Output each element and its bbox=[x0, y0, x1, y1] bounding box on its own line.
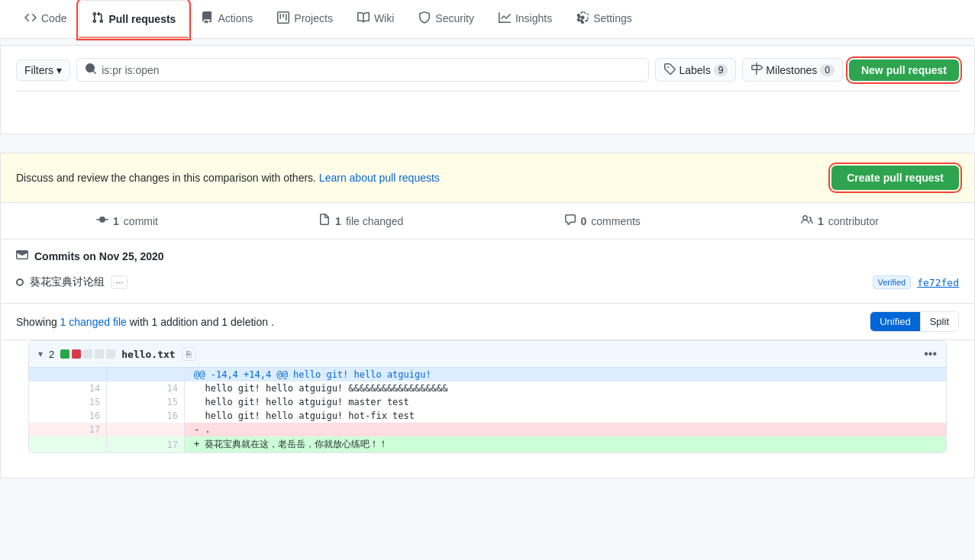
learn-about-pr-link[interactable]: Learn about pull requests bbox=[319, 172, 440, 184]
contributors-label: contributor bbox=[828, 215, 879, 227]
tab-code[interactable]: Code bbox=[12, 0, 79, 38]
line-new-num-3: 16 bbox=[107, 409, 185, 423]
line-new-num-4 bbox=[107, 423, 185, 436]
stat-files: 1 file changed bbox=[318, 214, 403, 228]
tab-settings[interactable]: Settings bbox=[564, 0, 644, 38]
stat-contributors: 1 contributor bbox=[801, 214, 879, 228]
diff-stats bbox=[60, 349, 115, 359]
insights-icon bbox=[499, 11, 511, 26]
deletions-text: 1 deletion bbox=[221, 316, 268, 328]
diff-stat-green bbox=[60, 349, 69, 359]
stats-bar: 1 commit 1 file changed 0 comments 1 con… bbox=[1, 203, 974, 240]
section-gap bbox=[0, 140, 975, 153]
commit-hash[interactable]: fe72fed bbox=[917, 277, 959, 288]
tab-pull-requests[interactable]: Pull requests bbox=[79, 0, 189, 38]
additions-text: 1 addition bbox=[151, 316, 198, 328]
milestones-button[interactable]: Milestones 0 bbox=[742, 58, 843, 82]
labels-button[interactable]: Labels 9 bbox=[655, 58, 736, 82]
split-view-button[interactable]: Split bbox=[921, 312, 958, 331]
line-old-num-5 bbox=[29, 436, 107, 452]
compare-banner: Discuss and review the changes in this c… bbox=[1, 153, 974, 203]
diff-file-header: ▾ 2 hello.txt ⎘ ••• bbox=[29, 341, 946, 368]
top-nav: Code Pull requests Actions Projects bbox=[0, 0, 975, 39]
create-pr-button[interactable]: Create pull request bbox=[831, 166, 959, 190]
changed-file-link[interactable]: 1 changed file bbox=[60, 316, 127, 328]
commit-dots-button[interactable]: ··· bbox=[111, 275, 128, 289]
hunk-old-num bbox=[29, 368, 107, 381]
diff-line-2: 15 15 hello git! hello atguigu! master t… bbox=[29, 395, 946, 409]
tab-security-label: Security bbox=[435, 12, 474, 24]
code-icon bbox=[24, 11, 37, 26]
label-icon bbox=[663, 63, 676, 77]
filters-label: Filters bbox=[24, 64, 53, 76]
line-new-num-2: 15 bbox=[107, 395, 185, 409]
search-icon bbox=[85, 63, 97, 77]
file-changes-header: Showing 1 changed file with 1 addition a… bbox=[1, 304, 974, 340]
tab-pr-label: Pull requests bbox=[108, 13, 176, 25]
view-toggle: Unified Split bbox=[870, 311, 959, 332]
commit-left: 葵花宝典讨论组 ··· bbox=[16, 275, 128, 289]
tab-code-label: Code bbox=[41, 12, 66, 24]
contributors-count: 1 bbox=[818, 215, 824, 227]
diff-line-3: 16 16 hello git! hello atguigu! hot-fix … bbox=[29, 409, 946, 423]
diff-filename: hello.txt bbox=[121, 349, 175, 360]
tab-projects[interactable]: Projects bbox=[265, 0, 345, 38]
labels-count: 9 bbox=[714, 64, 728, 76]
showing-text: Showing bbox=[16, 316, 57, 328]
line-new-num-5: 17 bbox=[107, 436, 185, 452]
milestone-icon bbox=[751, 63, 763, 77]
banner-text: Discuss and review the changes in this c… bbox=[16, 172, 440, 184]
diff-file-left: ▾ 2 hello.txt ⎘ bbox=[38, 347, 196, 361]
unified-view-button[interactable]: Unified bbox=[870, 312, 920, 331]
pr-icon bbox=[92, 11, 104, 26]
diff-line-1: 14 14 hello git! hello atguigu! &&&&&&&&… bbox=[29, 381, 946, 395]
diff-copy-button[interactable]: ⎘ bbox=[182, 347, 196, 361]
diff-more-button[interactable]: ••• bbox=[924, 347, 937, 361]
line-code-4: - . bbox=[185, 423, 946, 436]
diff-stat-red bbox=[72, 349, 81, 359]
line-old-num-4: 17 bbox=[29, 423, 107, 436]
diff-file: ▾ 2 hello.txt ⎘ ••• bbox=[28, 340, 947, 453]
line-code-5: + 葵花宝典就在这，老岳岳，你就放心练吧！！ bbox=[185, 436, 946, 452]
milestones-count: 0 bbox=[820, 64, 835, 76]
comment-icon bbox=[564, 214, 576, 228]
line-code-1: hello git! hello atguigu! &&&&&&&&&&&&&&… bbox=[185, 381, 946, 395]
projects-icon bbox=[277, 11, 289, 26]
search-input[interactable] bbox=[102, 64, 641, 76]
diff-stat-gray3 bbox=[106, 349, 115, 359]
wiki-icon bbox=[357, 11, 370, 26]
chevron-down-icon: ▾ bbox=[56, 64, 62, 76]
settings-icon bbox=[576, 11, 589, 26]
filters-button[interactable]: Filters ▾ bbox=[16, 60, 70, 81]
verified-badge: Verified bbox=[873, 275, 912, 289]
milestones-text: Milestones bbox=[766, 64, 817, 76]
tab-actions[interactable]: Actions bbox=[189, 0, 265, 38]
pr-list-section: Filters ▾ Labels 9 Milestones 0 New pull… bbox=[0, 45, 975, 134]
diff-stat-gray1 bbox=[83, 349, 92, 359]
commits-count: 1 bbox=[113, 215, 119, 227]
hunk-new-num bbox=[107, 368, 185, 381]
diff-collapse-button[interactable]: ▾ bbox=[38, 349, 43, 359]
banner-static-text: Discuss and review the changes in this c… bbox=[16, 172, 319, 184]
search-box bbox=[76, 58, 649, 82]
line-code-2: hello git! hello atguigu! master test bbox=[185, 395, 946, 409]
commit-row: 葵花宝典讨论组 ··· Verified fe72fed bbox=[16, 271, 959, 294]
diff-section: ▾ 2 hello.txt ⎘ ••• bbox=[1, 340, 974, 478]
tab-security[interactable]: Security bbox=[406, 0, 486, 38]
tab-insights[interactable]: Insights bbox=[486, 0, 564, 38]
tab-settings-label: Settings bbox=[593, 12, 632, 24]
actions-icon bbox=[201, 11, 213, 26]
commits-date-icon bbox=[16, 249, 28, 263]
tab-wiki-label: Wiki bbox=[374, 12, 394, 24]
contributor-icon bbox=[801, 214, 813, 228]
tab-wiki[interactable]: Wiki bbox=[345, 0, 406, 38]
tab-actions-label: Actions bbox=[218, 12, 253, 24]
files-count: 1 bbox=[335, 215, 341, 227]
commits-label: commit bbox=[124, 215, 158, 227]
tab-projects-label: Projects bbox=[294, 12, 333, 24]
commits-section: Commits on Nov 25, 2020 葵花宝典讨论组 ··· Veri… bbox=[1, 240, 974, 304]
file-icon bbox=[318, 214, 331, 228]
new-pr-button[interactable]: New pull request bbox=[849, 60, 959, 81]
stat-comments: 0 comments bbox=[564, 214, 641, 228]
compare-section: Discuss and review the changes in this c… bbox=[0, 153, 975, 478]
